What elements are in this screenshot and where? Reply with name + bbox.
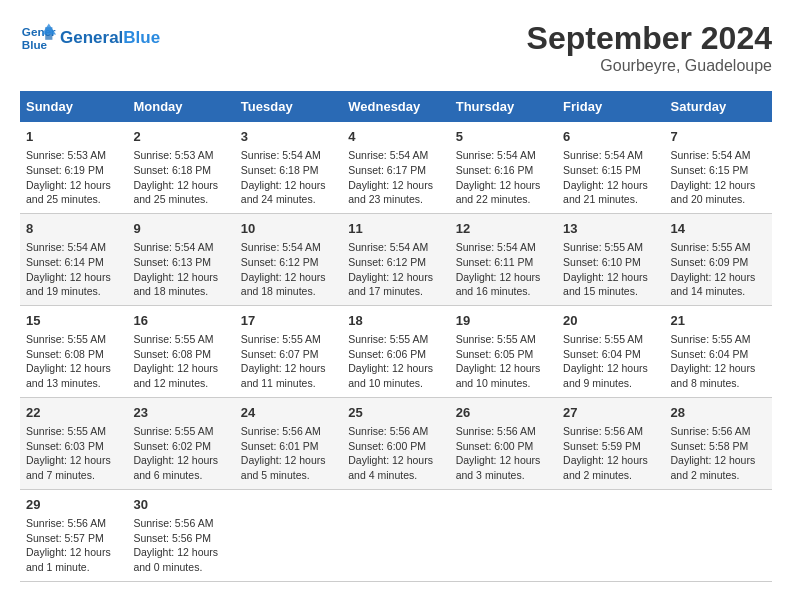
month-title: September 2024 [527, 20, 772, 57]
day-cell: 16Sunrise: 5:55 AM Sunset: 6:08 PM Dayli… [127, 305, 234, 397]
day-cell [342, 489, 449, 581]
logo-icon: General Blue [20, 20, 56, 56]
day-number: 25 [348, 404, 443, 422]
day-cell: 22Sunrise: 5:55 AM Sunset: 6:03 PM Dayli… [20, 397, 127, 489]
day-info: Sunrise: 5:55 AM Sunset: 6:07 PM Dayligh… [241, 332, 336, 391]
day-info: Sunrise: 5:55 AM Sunset: 6:08 PM Dayligh… [26, 332, 121, 391]
location: Gourbeyre, Guadeloupe [527, 57, 772, 75]
day-cell: 23Sunrise: 5:55 AM Sunset: 6:02 PM Dayli… [127, 397, 234, 489]
day-cell [450, 489, 557, 581]
day-info: Sunrise: 5:56 AM Sunset: 5:56 PM Dayligh… [133, 516, 228, 575]
day-number: 2 [133, 128, 228, 146]
header-row: SundayMondayTuesdayWednesdayThursdayFrid… [20, 91, 772, 122]
day-info: Sunrise: 5:55 AM Sunset: 6:05 PM Dayligh… [456, 332, 551, 391]
day-info: Sunrise: 5:55 AM Sunset: 6:06 PM Dayligh… [348, 332, 443, 391]
day-info: Sunrise: 5:54 AM Sunset: 6:17 PM Dayligh… [348, 148, 443, 207]
day-info: Sunrise: 5:55 AM Sunset: 6:02 PM Dayligh… [133, 424, 228, 483]
week-row-3: 15Sunrise: 5:55 AM Sunset: 6:08 PM Dayli… [20, 305, 772, 397]
day-info: Sunrise: 5:56 AM Sunset: 5:59 PM Dayligh… [563, 424, 658, 483]
day-number: 5 [456, 128, 551, 146]
day-cell: 7Sunrise: 5:54 AM Sunset: 6:15 PM Daylig… [665, 122, 772, 213]
day-number: 24 [241, 404, 336, 422]
day-cell: 8Sunrise: 5:54 AM Sunset: 6:14 PM Daylig… [20, 213, 127, 305]
day-info: Sunrise: 5:55 AM Sunset: 6:08 PM Dayligh… [133, 332, 228, 391]
day-info: Sunrise: 5:54 AM Sunset: 6:15 PM Dayligh… [671, 148, 766, 207]
day-number: 13 [563, 220, 658, 238]
logo: General Blue GeneralBlue [20, 20, 160, 56]
day-cell [557, 489, 664, 581]
day-cell: 28Sunrise: 5:56 AM Sunset: 5:58 PM Dayli… [665, 397, 772, 489]
day-info: Sunrise: 5:54 AM Sunset: 6:12 PM Dayligh… [241, 240, 336, 299]
day-cell: 2Sunrise: 5:53 AM Sunset: 6:18 PM Daylig… [127, 122, 234, 213]
day-info: Sunrise: 5:56 AM Sunset: 6:00 PM Dayligh… [348, 424, 443, 483]
day-info: Sunrise: 5:54 AM Sunset: 6:13 PM Dayligh… [133, 240, 228, 299]
day-number: 14 [671, 220, 766, 238]
day-info: Sunrise: 5:56 AM Sunset: 6:00 PM Dayligh… [456, 424, 551, 483]
day-info: Sunrise: 5:54 AM Sunset: 6:11 PM Dayligh… [456, 240, 551, 299]
day-cell: 30Sunrise: 5:56 AM Sunset: 5:56 PM Dayli… [127, 489, 234, 581]
header-cell-sunday: Sunday [20, 91, 127, 122]
day-cell: 27Sunrise: 5:56 AM Sunset: 5:59 PM Dayli… [557, 397, 664, 489]
day-info: Sunrise: 5:55 AM Sunset: 6:03 PM Dayligh… [26, 424, 121, 483]
week-row-4: 22Sunrise: 5:55 AM Sunset: 6:03 PM Dayli… [20, 397, 772, 489]
day-number: 17 [241, 312, 336, 330]
day-number: 19 [456, 312, 551, 330]
day-info: Sunrise: 5:53 AM Sunset: 6:19 PM Dayligh… [26, 148, 121, 207]
day-cell: 19Sunrise: 5:55 AM Sunset: 6:05 PM Dayli… [450, 305, 557, 397]
day-info: Sunrise: 5:53 AM Sunset: 6:18 PM Dayligh… [133, 148, 228, 207]
day-number: 3 [241, 128, 336, 146]
header-cell-tuesday: Tuesday [235, 91, 342, 122]
day-cell: 5Sunrise: 5:54 AM Sunset: 6:16 PM Daylig… [450, 122, 557, 213]
day-number: 4 [348, 128, 443, 146]
day-cell: 18Sunrise: 5:55 AM Sunset: 6:06 PM Dayli… [342, 305, 449, 397]
day-number: 7 [671, 128, 766, 146]
day-cell: 4Sunrise: 5:54 AM Sunset: 6:17 PM Daylig… [342, 122, 449, 213]
day-info: Sunrise: 5:56 AM Sunset: 5:57 PM Dayligh… [26, 516, 121, 575]
header-cell-thursday: Thursday [450, 91, 557, 122]
day-info: Sunrise: 5:55 AM Sunset: 6:09 PM Dayligh… [671, 240, 766, 299]
day-number: 28 [671, 404, 766, 422]
title-block: September 2024 Gourbeyre, Guadeloupe [527, 20, 772, 75]
day-cell: 6Sunrise: 5:54 AM Sunset: 6:15 PM Daylig… [557, 122, 664, 213]
day-number: 16 [133, 312, 228, 330]
day-cell: 24Sunrise: 5:56 AM Sunset: 6:01 PM Dayli… [235, 397, 342, 489]
day-info: Sunrise: 5:54 AM Sunset: 6:14 PM Dayligh… [26, 240, 121, 299]
day-cell: 21Sunrise: 5:55 AM Sunset: 6:04 PM Dayli… [665, 305, 772, 397]
day-cell: 3Sunrise: 5:54 AM Sunset: 6:18 PM Daylig… [235, 122, 342, 213]
week-row-5: 29Sunrise: 5:56 AM Sunset: 5:57 PM Dayli… [20, 489, 772, 581]
day-cell: 26Sunrise: 5:56 AM Sunset: 6:00 PM Dayli… [450, 397, 557, 489]
day-info: Sunrise: 5:56 AM Sunset: 5:58 PM Dayligh… [671, 424, 766, 483]
logo-general: General [60, 28, 123, 47]
day-number: 22 [26, 404, 121, 422]
day-number: 26 [456, 404, 551, 422]
day-number: 15 [26, 312, 121, 330]
day-info: Sunrise: 5:55 AM Sunset: 6:10 PM Dayligh… [563, 240, 658, 299]
day-number: 21 [671, 312, 766, 330]
day-info: Sunrise: 5:55 AM Sunset: 6:04 PM Dayligh… [563, 332, 658, 391]
day-cell: 25Sunrise: 5:56 AM Sunset: 6:00 PM Dayli… [342, 397, 449, 489]
day-cell: 10Sunrise: 5:54 AM Sunset: 6:12 PM Dayli… [235, 213, 342, 305]
page-header: General Blue GeneralBlue September 2024 … [20, 20, 772, 75]
header-cell-friday: Friday [557, 91, 664, 122]
calendar-table: SundayMondayTuesdayWednesdayThursdayFrid… [20, 91, 772, 582]
day-info: Sunrise: 5:55 AM Sunset: 6:04 PM Dayligh… [671, 332, 766, 391]
day-number: 29 [26, 496, 121, 514]
calendar-header: SundayMondayTuesdayWednesdayThursdayFrid… [20, 91, 772, 122]
day-number: 11 [348, 220, 443, 238]
day-cell: 17Sunrise: 5:55 AM Sunset: 6:07 PM Dayli… [235, 305, 342, 397]
day-cell: 15Sunrise: 5:55 AM Sunset: 6:08 PM Dayli… [20, 305, 127, 397]
day-cell: 12Sunrise: 5:54 AM Sunset: 6:11 PM Dayli… [450, 213, 557, 305]
week-row-2: 8Sunrise: 5:54 AM Sunset: 6:14 PM Daylig… [20, 213, 772, 305]
day-number: 23 [133, 404, 228, 422]
day-info: Sunrise: 5:54 AM Sunset: 6:15 PM Dayligh… [563, 148, 658, 207]
day-number: 18 [348, 312, 443, 330]
day-info: Sunrise: 5:54 AM Sunset: 6:16 PM Dayligh… [456, 148, 551, 207]
day-cell: 14Sunrise: 5:55 AM Sunset: 6:09 PM Dayli… [665, 213, 772, 305]
day-cell: 13Sunrise: 5:55 AM Sunset: 6:10 PM Dayli… [557, 213, 664, 305]
day-cell: 9Sunrise: 5:54 AM Sunset: 6:13 PM Daylig… [127, 213, 234, 305]
day-number: 1 [26, 128, 121, 146]
day-cell [235, 489, 342, 581]
header-cell-wednesday: Wednesday [342, 91, 449, 122]
day-number: 10 [241, 220, 336, 238]
day-cell [665, 489, 772, 581]
